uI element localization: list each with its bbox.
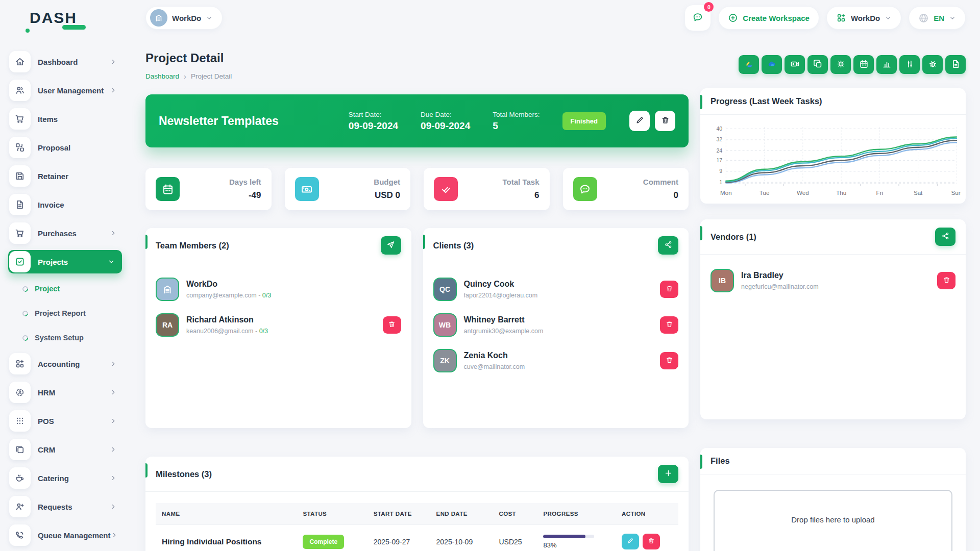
sidebar-item-dashboard[interactable]: Dashboard xyxy=(8,50,122,73)
chevron-right-icon xyxy=(110,503,117,510)
sidebar-item-pos[interactable]: POS xyxy=(8,409,122,433)
sidebar-subitem-system-setup[interactable]: System Setup xyxy=(22,328,122,348)
member-email: keanu2006@gmail.com - 0/3 xyxy=(186,328,268,335)
sidebar-subitem-project-report[interactable]: Project Report xyxy=(22,303,122,323)
sliders-icon xyxy=(905,59,915,70)
sidebar-item-accounting[interactable]: Accounting xyxy=(8,352,122,375)
start-date-label: Start Date: xyxy=(349,111,398,118)
delete-member-button[interactable] xyxy=(937,272,955,289)
app-logo[interactable]: DASH xyxy=(0,9,130,27)
sidebar-item-queue-management[interactable]: Queue Management xyxy=(8,523,122,547)
progress-card-header: Progress (Last Week Tasks) xyxy=(700,88,966,115)
toolbar-calendar-button[interactable] xyxy=(853,55,874,74)
toolbar-sliders-button[interactable] xyxy=(899,55,920,74)
edit-milestone-button[interactable] xyxy=(622,534,639,549)
chevron-right-icon xyxy=(111,532,118,539)
bug-icon xyxy=(928,59,938,70)
sidebar-item-requests[interactable]: Requests xyxy=(8,495,122,518)
language-selector[interactable]: EN xyxy=(909,6,966,30)
member-quota: 0/3 xyxy=(262,292,271,299)
column-header-start-date: START DATE xyxy=(368,503,430,525)
sidebar-item-invoice[interactable]: Invoice xyxy=(8,193,122,216)
toolbar-copy-button[interactable] xyxy=(807,55,828,74)
delete-member-button[interactable] xyxy=(660,316,678,334)
delete-project-button[interactable] xyxy=(655,111,675,131)
sidebar-item-label: Proposal xyxy=(38,143,70,152)
sidebar-item-purchases[interactable]: Purchases xyxy=(8,221,122,245)
workspace-switcher[interactable]: WorkDo xyxy=(145,6,223,30)
clients-list: QCQuincy Cookfapor22014@oglerau.comWBWhi… xyxy=(423,263,689,399)
status-badge: Finished xyxy=(562,112,606,130)
toolbar-onedrive-button[interactable] xyxy=(762,55,782,74)
calendar-icon xyxy=(156,177,180,201)
sidebar-item-user-management[interactable]: User Management xyxy=(8,79,122,102)
video-icon xyxy=(790,59,800,70)
messages-button[interactable]: 0 xyxy=(684,5,711,31)
project-banner: Newsletter Templates Start Date: 09-09-2… xyxy=(145,94,689,147)
sidebar-item-label: Accounting xyxy=(38,360,80,368)
create-workspace-label: Create Workspace xyxy=(743,14,810,22)
create-workspace-button[interactable]: Create Workspace xyxy=(718,6,819,30)
delete-milestone-button[interactable] xyxy=(643,534,660,549)
files-card: Files Drop files here to upload xyxy=(700,448,966,551)
member-name: Whitney Barrett xyxy=(464,315,544,324)
toolbar-drive-button[interactable] xyxy=(739,55,759,74)
member-email: fapor22014@oglerau.com xyxy=(464,292,538,299)
workspace-name: WorkDo xyxy=(172,14,201,22)
sidebar-item-projects[interactable]: Projects xyxy=(8,250,122,273)
vendors-action-button[interactable] xyxy=(935,228,955,246)
sidebar-item-retainer[interactable]: Retainer xyxy=(8,164,122,188)
toolbar-bug-button[interactable] xyxy=(922,55,943,74)
sidebar-item-proposal[interactable]: Proposal xyxy=(8,136,122,159)
gear-icon xyxy=(836,59,846,70)
progress-card-title: Progress (Last Week Tasks) xyxy=(710,96,822,106)
chevron-down-icon xyxy=(885,14,892,21)
sidebar-item-crm[interactable]: CRM xyxy=(8,438,122,461)
sidebar-subitem-project[interactable]: Project xyxy=(22,279,122,299)
toolbar-bar-chart-button[interactable] xyxy=(876,55,897,74)
workspace-menu-button[interactable]: WorkDo xyxy=(826,6,901,30)
svg-text:Tue: Tue xyxy=(760,190,770,196)
progress-chart-card: Progress (Last Week Tasks) 4032241791Mon… xyxy=(700,88,966,204)
delete-member-button[interactable] xyxy=(383,316,401,334)
delete-member-button[interactable] xyxy=(660,352,678,369)
sidebar-subitem-label: Project xyxy=(35,285,60,293)
bullet-ring-icon xyxy=(21,285,29,292)
total-members-value: 5 xyxy=(493,120,540,132)
column-header-status: STATUS xyxy=(297,503,367,525)
page-head: Project Detail Dashboard›Project Detail xyxy=(145,51,966,81)
milestones-title: Milestones (3) xyxy=(156,469,212,479)
project-name: Newsletter Templates xyxy=(159,114,279,128)
toolbar-file-button[interactable] xyxy=(945,55,966,74)
toolbar-video-button[interactable] xyxy=(785,55,805,74)
sidebar-item-catering[interactable]: Catering xyxy=(8,466,122,490)
sidebar: DashboardUser ManagementItemsProposalRet… xyxy=(0,36,130,551)
chevron-right-icon xyxy=(110,417,117,424)
add-milestone-button[interactable] xyxy=(658,465,678,483)
clients-action-button[interactable] xyxy=(658,236,678,255)
banner-buttons xyxy=(629,111,675,131)
list-item-zenia-koch: ZKZenia Kochcuve@mailinator.com xyxy=(433,349,679,372)
user-plus-icon xyxy=(9,496,31,517)
sidebar-item-label: Purchases xyxy=(38,229,77,238)
coffee-icon xyxy=(9,467,31,489)
milestones-table: NAMESTATUSSTART DATEEND DATECOSTPROGRESS… xyxy=(156,503,678,551)
stat-label: Days left xyxy=(229,178,261,186)
column-header-end-date: END DATE xyxy=(430,503,493,525)
team-members-action-button[interactable] xyxy=(381,236,401,255)
member-email: cuve@mailinator.com xyxy=(464,363,525,370)
topbar-actions: 0 Create Workspace WorkDo EN xyxy=(684,5,966,31)
edit-project-button[interactable] xyxy=(629,111,650,131)
chevron-right-icon xyxy=(110,230,117,237)
avatar xyxy=(156,278,179,301)
sidebar-subitem-label: System Setup xyxy=(35,334,84,342)
breadcrumb-dashboard[interactable]: Dashboard xyxy=(145,72,179,80)
due-date-value: 09-09-2024 xyxy=(421,120,470,132)
delete-member-button[interactable] xyxy=(660,281,678,298)
file-dropzone[interactable]: Drop files here to upload xyxy=(714,490,952,551)
sidebar-item-items[interactable]: Items xyxy=(8,107,122,131)
svg-text:40: 40 xyxy=(716,126,722,132)
sidebar-item-hrm[interactable]: HRM xyxy=(8,381,122,404)
dots-grid-icon xyxy=(9,410,31,432)
toolbar-gear-button[interactable] xyxy=(830,55,851,74)
